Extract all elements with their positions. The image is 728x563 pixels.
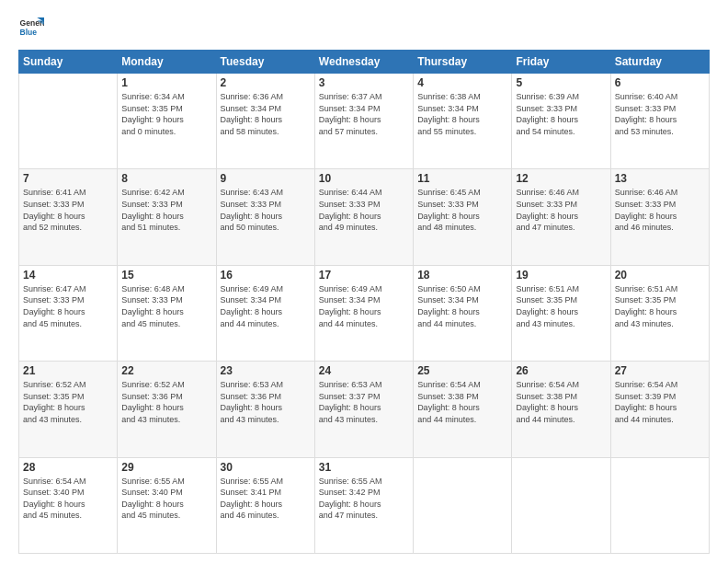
day-cell: 7Sunrise: 6:41 AM Sunset: 3:33 PM Daylig…: [19, 169, 118, 265]
col-header-friday: Friday: [512, 51, 610, 74]
week-row-3: 21Sunrise: 6:52 AM Sunset: 3:35 PM Dayli…: [19, 362, 710, 457]
day-cell: 10Sunrise: 6:44 AM Sunset: 3:33 PM Dayli…: [314, 169, 413, 265]
day-cell: 8Sunrise: 6:42 AM Sunset: 3:33 PM Daylig…: [118, 169, 216, 265]
day-info: Sunrise: 6:42 AM Sunset: 3:33 PM Dayligh…: [121, 187, 211, 233]
day-cell: 6Sunrise: 6:40 AM Sunset: 3:33 PM Daylig…: [610, 74, 709, 169]
day-info: Sunrise: 6:49 AM Sunset: 3:34 PM Dayligh…: [319, 283, 409, 329]
day-cell: 5Sunrise: 6:39 AM Sunset: 3:33 PM Daylig…: [512, 74, 610, 169]
week-row-4: 28Sunrise: 6:54 AM Sunset: 3:40 PM Dayli…: [19, 457, 710, 553]
day-number: 2: [221, 76, 311, 89]
day-info: Sunrise: 6:53 AM Sunset: 3:37 PM Dayligh…: [319, 379, 409, 425]
day-cell: 17Sunrise: 6:49 AM Sunset: 3:34 PM Dayli…: [314, 265, 413, 361]
day-info: Sunrise: 6:53 AM Sunset: 3:36 PM Dayligh…: [221, 379, 311, 425]
col-header-tuesday: Tuesday: [216, 51, 314, 74]
day-number: 4: [417, 76, 507, 89]
day-info: Sunrise: 6:52 AM Sunset: 3:36 PM Dayligh…: [121, 379, 211, 425]
logo: General Blue: [18, 15, 44, 40]
col-header-thursday: Thursday: [414, 51, 512, 74]
day-cell: 11Sunrise: 6:45 AM Sunset: 3:33 PM Dayli…: [414, 169, 512, 265]
day-number: 11: [417, 172, 507, 185]
day-info: Sunrise: 6:36 AM Sunset: 3:34 PM Dayligh…: [221, 91, 311, 137]
day-number: 6: [615, 76, 705, 89]
day-cell: 4Sunrise: 6:38 AM Sunset: 3:34 PM Daylig…: [414, 74, 512, 169]
day-number: 5: [516, 76, 606, 89]
logo-icon: General Blue: [18, 15, 44, 40]
day-number: 17: [319, 269, 409, 282]
day-number: 24: [319, 364, 409, 377]
svg-text:Blue: Blue: [20, 28, 38, 37]
day-info: Sunrise: 6:55 AM Sunset: 3:40 PM Dayligh…: [121, 476, 211, 522]
svg-text:General: General: [20, 18, 44, 28]
day-number: 7: [23, 172, 113, 185]
day-info: Sunrise: 6:51 AM Sunset: 3:35 PM Dayligh…: [615, 283, 705, 329]
day-cell: 2Sunrise: 6:36 AM Sunset: 3:34 PM Daylig…: [216, 74, 314, 169]
day-number: 1: [121, 76, 211, 89]
col-header-wednesday: Wednesday: [314, 51, 413, 74]
day-number: 26: [516, 364, 606, 377]
day-cell: 12Sunrise: 6:46 AM Sunset: 3:33 PM Dayli…: [512, 169, 610, 265]
day-number: 10: [319, 172, 409, 185]
day-info: Sunrise: 6:51 AM Sunset: 3:35 PM Dayligh…: [516, 283, 606, 329]
day-cell: 22Sunrise: 6:52 AM Sunset: 3:36 PM Dayli…: [118, 362, 216, 457]
week-row-0: 1Sunrise: 6:34 AM Sunset: 3:35 PM Daylig…: [19, 74, 710, 169]
day-cell: 30Sunrise: 6:55 AM Sunset: 3:41 PM Dayli…: [216, 457, 314, 553]
day-cell: 3Sunrise: 6:37 AM Sunset: 3:34 PM Daylig…: [314, 74, 413, 169]
col-header-monday: Monday: [118, 51, 216, 74]
day-info: Sunrise: 6:41 AM Sunset: 3:33 PM Dayligh…: [23, 187, 113, 233]
day-info: Sunrise: 6:40 AM Sunset: 3:33 PM Dayligh…: [615, 91, 705, 137]
day-number: 30: [221, 461, 311, 474]
day-cell: [414, 457, 512, 553]
day-info: Sunrise: 6:54 AM Sunset: 3:40 PM Dayligh…: [23, 476, 113, 522]
day-number: 19: [516, 269, 606, 282]
day-info: Sunrise: 6:49 AM Sunset: 3:34 PM Dayligh…: [221, 283, 311, 329]
day-cell: 16Sunrise: 6:49 AM Sunset: 3:34 PM Dayli…: [216, 265, 314, 361]
day-number: 31: [319, 461, 409, 474]
day-info: Sunrise: 6:45 AM Sunset: 3:33 PM Dayligh…: [417, 187, 507, 233]
col-header-saturday: Saturday: [610, 51, 709, 74]
day-number: 29: [121, 461, 211, 474]
day-number: 16: [221, 269, 311, 282]
day-cell: 23Sunrise: 6:53 AM Sunset: 3:36 PM Dayli…: [216, 362, 314, 457]
day-cell: 9Sunrise: 6:43 AM Sunset: 3:33 PM Daylig…: [216, 169, 314, 265]
day-info: Sunrise: 6:46 AM Sunset: 3:33 PM Dayligh…: [615, 187, 705, 233]
page: General Blue SundayMondayTuesdayWednesda…: [0, 0, 728, 563]
day-number: 28: [23, 461, 113, 474]
day-cell: [610, 457, 709, 553]
day-cell: 21Sunrise: 6:52 AM Sunset: 3:35 PM Dayli…: [19, 362, 118, 457]
day-number: 21: [23, 364, 113, 377]
day-cell: 31Sunrise: 6:55 AM Sunset: 3:42 PM Dayli…: [314, 457, 413, 553]
day-info: Sunrise: 6:34 AM Sunset: 3:35 PM Dayligh…: [121, 91, 211, 137]
day-info: Sunrise: 6:54 AM Sunset: 3:38 PM Dayligh…: [516, 379, 606, 425]
day-cell: 25Sunrise: 6:54 AM Sunset: 3:38 PM Dayli…: [414, 362, 512, 457]
day-info: Sunrise: 6:38 AM Sunset: 3:34 PM Dayligh…: [417, 91, 507, 137]
day-info: Sunrise: 6:52 AM Sunset: 3:35 PM Dayligh…: [23, 379, 113, 425]
day-info: Sunrise: 6:54 AM Sunset: 3:38 PM Dayligh…: [417, 379, 507, 425]
day-cell: 1Sunrise: 6:34 AM Sunset: 3:35 PM Daylig…: [118, 74, 216, 169]
day-cell: 15Sunrise: 6:48 AM Sunset: 3:33 PM Dayli…: [118, 265, 216, 361]
day-cell: 29Sunrise: 6:55 AM Sunset: 3:40 PM Dayli…: [118, 457, 216, 553]
day-number: 14: [23, 269, 113, 282]
col-header-sunday: Sunday: [19, 51, 118, 74]
day-cell: [512, 457, 610, 553]
day-number: 15: [121, 269, 211, 282]
week-row-2: 14Sunrise: 6:47 AM Sunset: 3:33 PM Dayli…: [19, 265, 710, 361]
day-info: Sunrise: 6:48 AM Sunset: 3:33 PM Dayligh…: [121, 283, 211, 329]
day-info: Sunrise: 6:39 AM Sunset: 3:33 PM Dayligh…: [516, 91, 606, 137]
day-info: Sunrise: 6:54 AM Sunset: 3:39 PM Dayligh…: [615, 379, 705, 425]
day-number: 3: [319, 76, 409, 89]
day-cell: 28Sunrise: 6:54 AM Sunset: 3:40 PM Dayli…: [19, 457, 118, 553]
day-number: 22: [121, 364, 211, 377]
day-number: 9: [221, 172, 311, 185]
day-info: Sunrise: 6:47 AM Sunset: 3:33 PM Dayligh…: [23, 283, 113, 329]
day-info: Sunrise: 6:55 AM Sunset: 3:42 PM Dayligh…: [319, 476, 409, 522]
day-info: Sunrise: 6:43 AM Sunset: 3:33 PM Dayligh…: [221, 187, 311, 233]
day-number: 27: [615, 364, 705, 377]
day-info: Sunrise: 6:46 AM Sunset: 3:33 PM Dayligh…: [516, 187, 606, 233]
day-cell: 24Sunrise: 6:53 AM Sunset: 3:37 PM Dayli…: [314, 362, 413, 457]
day-cell: 27Sunrise: 6:54 AM Sunset: 3:39 PM Dayli…: [610, 362, 709, 457]
day-info: Sunrise: 6:37 AM Sunset: 3:34 PM Dayligh…: [319, 91, 409, 137]
day-number: 25: [417, 364, 507, 377]
week-row-1: 7Sunrise: 6:41 AM Sunset: 3:33 PM Daylig…: [19, 169, 710, 265]
day-info: Sunrise: 6:44 AM Sunset: 3:33 PM Dayligh…: [319, 187, 409, 233]
day-number: 18: [417, 269, 507, 282]
